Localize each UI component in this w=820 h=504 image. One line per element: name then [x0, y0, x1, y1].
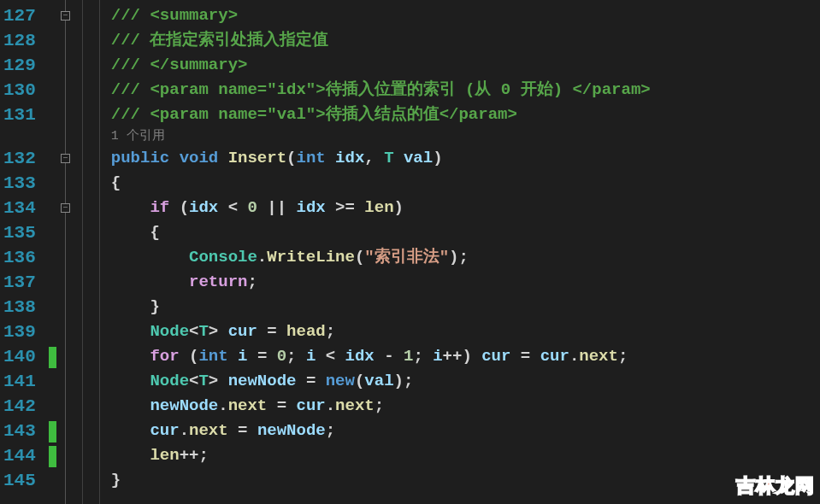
change-mark: [49, 347, 56, 368]
line-number: 143: [3, 419, 36, 443]
code-line[interactable]: Node<T> newNode = new(val);: [111, 369, 820, 394]
line-number: 138: [3, 295, 36, 319]
code-line[interactable]: if (idx < 0 || idx >= len): [111, 196, 820, 220]
line-number: 132: [3, 146, 36, 171]
line-number: 135: [3, 220, 36, 245]
code-line[interactable]: /// </summary>: [111, 53, 820, 78]
line-number: 140: [3, 344, 36, 369]
line-number: 131: [3, 103, 36, 127]
change-mark: [49, 446, 56, 467]
code-editor[interactable]: 1271281291301311321331341351361371381391…: [0, 0, 820, 504]
code-line[interactable]: newNode.next = cur.next;: [111, 394, 820, 419]
line-number-gutter: 1271281291301311321331341351361371381391…: [0, 0, 43, 504]
line-number: 137: [3, 270, 36, 295]
code-line[interactable]: }: [111, 295, 820, 319]
codelens-references[interactable]: 1 个引用: [111, 127, 820, 146]
code-line[interactable]: /// 在指定索引处插入指定值: [111, 28, 820, 53]
line-number: 128: [3, 28, 36, 53]
fold-collapse-icon[interactable]: −: [61, 154, 70, 163]
code-line[interactable]: for (int i = 0; i < idx - 1; i++) cur = …: [111, 344, 820, 369]
code-line[interactable]: len++;: [111, 443, 820, 468]
indent-guides: [74, 0, 111, 504]
fold-collapse-icon[interactable]: −: [61, 203, 70, 213]
fold-gutter: −−−: [58, 0, 74, 504]
fold-collapse-icon[interactable]: −: [61, 11, 70, 21]
line-number: 129: [3, 53, 36, 78]
code-line[interactable]: Node<T> cur = head;: [111, 319, 820, 344]
change-mark: [49, 421, 56, 442]
code-line[interactable]: /// <summary>: [111, 3, 820, 28]
line-number: 133: [3, 171, 36, 196]
line-number: 127: [3, 3, 36, 28]
code-line[interactable]: /// <param name="val">待插入结点的值</param>: [111, 103, 820, 127]
code-line[interactable]: Console.WriteLine("索引非法");: [111, 245, 820, 270]
change-margin: [43, 0, 58, 504]
line-number: 142: [3, 394, 36, 419]
line-number: 144: [3, 443, 36, 468]
code-line[interactable]: cur.next = newNode;: [111, 419, 820, 443]
line-number: 134: [3, 196, 36, 220]
code-area[interactable]: /// <summary>/// 在指定索引处插入指定值/// </summar…: [111, 0, 820, 504]
code-line[interactable]: public void Insert(int idx, T val): [111, 146, 820, 171]
code-line[interactable]: {: [111, 171, 820, 196]
line-number: 145: [3, 468, 36, 493]
line-number: 130: [3, 78, 36, 103]
line-number: 139: [3, 319, 36, 344]
code-line[interactable]: {: [111, 220, 820, 245]
code-line[interactable]: }: [111, 468, 820, 493]
line-number: 141: [3, 369, 36, 394]
code-line[interactable]: /// <param name="idx">待插入位置的索引 (从 0 开始) …: [111, 78, 820, 103]
line-number: 136: [3, 245, 36, 270]
code-line[interactable]: return;: [111, 270, 820, 295]
